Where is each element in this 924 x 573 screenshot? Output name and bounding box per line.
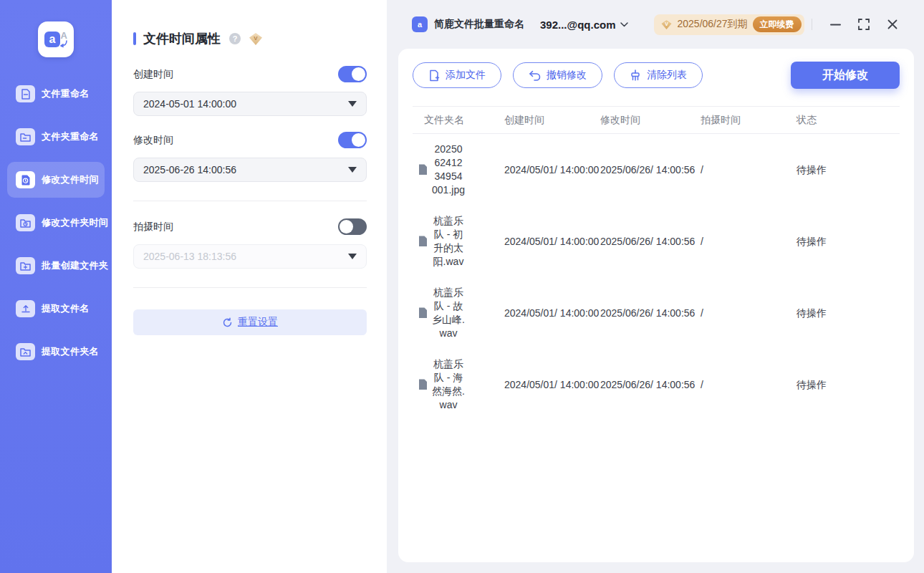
sidebar-item-batch-create-folder[interactable]: 批量创建文件夹: [7, 248, 105, 284]
clear-list-button[interactable]: 清除列表: [614, 62, 703, 88]
table-row[interactable]: 杭盖乐队 - 初升的太阳.wav 2024/05/01/ 14:00:00 20…: [413, 206, 900, 277]
undo-label: 撤销修改: [547, 69, 587, 82]
modified-time: 2025/06/26/ 14:00:56: [600, 307, 695, 319]
add-files-label: 添加文件: [446, 69, 486, 82]
created-time: 2024/05/01/ 14:00:00: [504, 236, 599, 247]
chevron-down-icon: [348, 254, 357, 259]
undo-icon: [529, 70, 541, 81]
shot-time: /: [701, 378, 797, 392]
sidebar-item-label: 批量创建文件夹: [42, 259, 108, 272]
sidebar-item-modify-folder-time[interactable]: 修改文件夹时间: [7, 205, 105, 241]
status: 待操作: [797, 235, 900, 249]
minimize-icon: [830, 24, 841, 26]
sidebar-item-file-rename[interactable]: 文件重命名: [7, 76, 105, 112]
file-export-icon: [16, 300, 35, 317]
file-icon: [418, 379, 428, 390]
shot-time-value: 2025-06-13 18:13:56: [143, 251, 236, 262]
modified-time-dropdown[interactable]: 2025-06-26 14:00:56: [133, 158, 367, 182]
reset-settings-button[interactable]: 重置设置: [133, 309, 367, 335]
shot-time: /: [701, 163, 797, 177]
vip-badge-icon: V: [660, 19, 673, 30]
reset-settings-label: 重置设置: [238, 316, 278, 329]
close-button[interactable]: [885, 17, 900, 32]
sidebar-item-label: 修改文件时间: [42, 173, 99, 186]
toggle-knob: [340, 220, 353, 233]
title-bar: a 简鹿文件批量重命名 392...@qq.com V 2025/06/27到期…: [387, 0, 924, 49]
title-accent-bar: [133, 32, 136, 45]
sidebar-item-extract-file-name[interactable]: 提取文件名: [7, 291, 105, 327]
toggle-knob: [352, 133, 365, 147]
chevron-down-icon: [620, 22, 628, 27]
sidebar-item-label: 文件重命名: [42, 87, 90, 100]
table-header: 文件夹名 创建时间 修改时间 拍摄时间 状态: [413, 107, 900, 134]
svg-text:V: V: [254, 35, 258, 42]
account-menu[interactable]: 392...@qq.com: [540, 19, 628, 31]
folder-icon: [16, 128, 35, 145]
app-mini-icon: a: [412, 16, 428, 32]
field-label-shot: 拍摄时间: [133, 221, 173, 233]
file-name: 202506241234954001.jpg: [432, 143, 465, 197]
add-files-button[interactable]: 添加文件: [413, 62, 501, 88]
divider: [133, 287, 367, 288]
created-time-dropdown[interactable]: 2024-05-01 14:00:00: [133, 92, 367, 116]
shot-time-dropdown[interactable]: 2025-06-13 18:13:56: [133, 244, 367, 269]
column-header-name: 文件夹名: [413, 114, 504, 127]
divider: [812, 19, 812, 30]
start-modify-button[interactable]: 开始修改: [791, 62, 900, 89]
modified-time: 2025/06/26/ 14:00:56: [600, 379, 695, 390]
column-header-shot: 拍摄时间: [701, 114, 797, 127]
created-time: 2024/05/01/ 14:00:00: [504, 379, 599, 390]
modified-time: 2025/06/26/ 14:00:56: [600, 236, 695, 247]
file-name: 杭盖乐队 - 故乡山峰.wav: [432, 286, 465, 340]
sidebar-item-folder-rename[interactable]: 文件夹重命名: [7, 119, 105, 155]
toggle-modified-time[interactable]: [338, 132, 367, 148]
column-header-status: 状态: [797, 114, 900, 127]
settings-panel: 文件时间属性 ? V 创建时间 2024-05-01 14:00:00 修改时间…: [112, 0, 387, 573]
created-time: 2024/05/01/ 14:00:00: [504, 164, 599, 175]
shot-time: /: [701, 235, 797, 249]
rename-logo-icon: a A: [38, 21, 74, 57]
file-icon: [418, 164, 428, 175]
chevron-down-icon: [348, 101, 357, 107]
main-area: a 简鹿文件批量重命名 392...@qq.com V 2025/06/27到期…: [387, 0, 924, 573]
logo-letter-A: A: [61, 30, 67, 41]
toggle-created-time[interactable]: [338, 66, 367, 82]
license-pill: V 2025/06/27到期 立即续费: [654, 14, 804, 35]
file-plus-icon: [428, 69, 440, 82]
renew-button[interactable]: 立即续费: [753, 16, 802, 32]
field-label-created: 创建时间: [133, 68, 173, 81]
maximize-button[interactable]: [857, 17, 871, 32]
logo-letter-a: a: [44, 32, 60, 47]
file-name: 杭盖乐队 - 海然海然.wav: [432, 357, 465, 412]
minimize-button[interactable]: [828, 17, 842, 32]
status: 待操作: [797, 307, 900, 320]
clear-list-label: 清除列表: [647, 69, 687, 82]
created-time-value: 2024-05-01 14:00:00: [143, 98, 236, 110]
file-icon: [418, 236, 428, 247]
field-label-modified: 修改时间: [133, 134, 173, 147]
undo-button[interactable]: 撤销修改: [513, 62, 602, 88]
fullscreen-icon: [858, 19, 870, 30]
refresh-icon: [222, 317, 233, 328]
account-email: 392...@qq.com: [540, 19, 616, 31]
toggle-shot-time[interactable]: [338, 218, 367, 235]
sidebar-item-extract-folder-name[interactable]: 提取文件夹名: [7, 334, 105, 370]
svg-text:V: V: [665, 21, 668, 27]
app-logo: a A: [0, 21, 112, 57]
table-row[interactable]: 杭盖乐队 - 海然海然.wav 2024/05/01/ 14:00:00 202…: [413, 349, 900, 420]
sidebar-item-label: 提取文件夹名: [42, 345, 99, 358]
table-row[interactable]: 202506241234954001.jpg 2024/05/01/ 14:00…: [413, 134, 900, 206]
shot-time: /: [701, 307, 797, 320]
table-row[interactable]: 杭盖乐队 - 故乡山峰.wav 2024/05/01/ 14:00:00 202…: [413, 277, 900, 349]
help-icon[interactable]: ?: [229, 33, 241, 44]
file-table: 文件夹名 创建时间 修改时间 拍摄时间 状态 20250624123495400…: [413, 106, 900, 420]
sidebar-item-label: 提取文件名: [42, 302, 90, 315]
sidebar-item-modify-file-time[interactable]: 修改文件时间: [7, 162, 105, 198]
vip-badge-icon: V: [248, 32, 264, 46]
sidebar-item-label: 文件夹重命名: [42, 130, 99, 143]
app-title: 简鹿文件批量重命名: [434, 18, 524, 31]
logo-arrow-icon: [59, 40, 68, 47]
chevron-down-icon: [348, 167, 357, 173]
panel-title: 文件时间属性: [143, 30, 221, 47]
created-time: 2024/05/01/ 14:00:00: [504, 307, 599, 319]
